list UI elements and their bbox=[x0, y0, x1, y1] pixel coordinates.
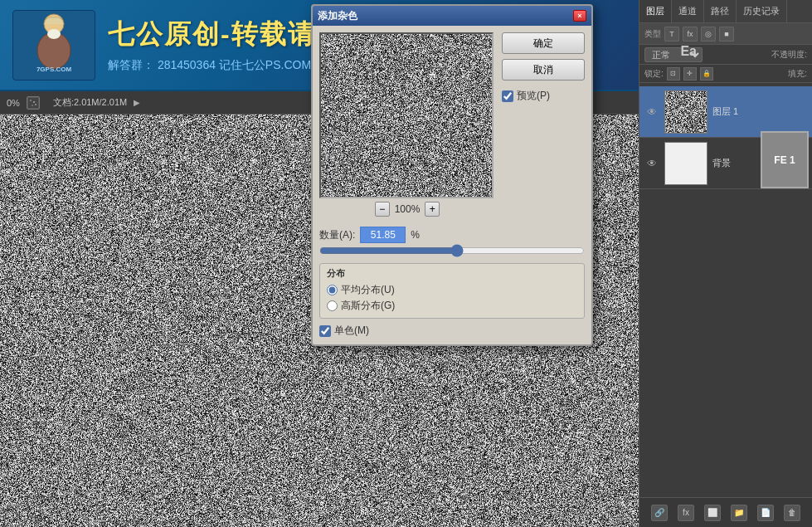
preview-check-row: 预览(P) bbox=[502, 89, 585, 103]
new-layer-btn[interactable]: 📄 bbox=[757, 505, 774, 521]
dialog-controls: 确定 取消 预览(P) bbox=[502, 32, 585, 217]
panel-top-bar: 类型 T fx ◎ ■ bbox=[639, 23, 812, 45]
dialog-body: − 100% + 确定 取消 预览(P) bbox=[313, 26, 591, 223]
dialog-preview-area: − 100% + bbox=[319, 32, 495, 217]
distribution-title: 分布 bbox=[327, 267, 577, 280]
uniform-radio-row: 平均分布(U) bbox=[327, 283, 577, 297]
svg-point-8 bbox=[35, 104, 36, 105]
dialog-title: 添加杂色 bbox=[318, 9, 357, 23]
eye-icon-bg[interactable]: 👁 bbox=[644, 156, 659, 171]
lock-pixels-btn[interactable]: ⊡ bbox=[667, 67, 680, 81]
zoom-display: 0% bbox=[7, 98, 20, 108]
dialog-preview-box bbox=[319, 32, 494, 198]
right-panel: 图层 通道 路径 历史记录 类型 T fx ◎ ■ 正常 不透明度: 锁定: ⊡… bbox=[639, 0, 812, 527]
logo-character: 7GPS.COM bbox=[21, 9, 87, 81]
type-label: 类型 bbox=[644, 28, 661, 40]
lock-row: 锁定: ⊡ ✛ 🔒 填充: bbox=[639, 65, 812, 83]
icon-filter-btn[interactable]: T bbox=[664, 27, 679, 41]
mono-row: 单色(M) bbox=[319, 324, 585, 338]
uniform-label: 平均分布(U) bbox=[341, 283, 395, 297]
eye-icon-1[interactable]: 👁 bbox=[644, 105, 659, 120]
amount-input[interactable] bbox=[360, 227, 406, 243]
percent-sign: % bbox=[411, 229, 420, 241]
fe-label: FE 1 bbox=[774, 154, 795, 166]
svg-point-7 bbox=[32, 105, 33, 106]
layer-thumb-1 bbox=[664, 90, 707, 134]
dialog-amount-row: 数量(A): % bbox=[313, 223, 591, 243]
preview-label: 预览(P) bbox=[517, 89, 550, 103]
lock-all-btn[interactable]: 🔒 bbox=[700, 67, 713, 81]
preview-checkbox[interactable] bbox=[502, 90, 513, 102]
tab-channels[interactable]: 通道 bbox=[672, 0, 704, 22]
fx-btn[interactable]: fx bbox=[678, 505, 694, 521]
layer-noise-canvas bbox=[665, 91, 707, 134]
dialog-noise-canvas bbox=[321, 34, 494, 198]
gaussian-label: 高斯分布(G) bbox=[341, 299, 395, 313]
arrow-icon: ▶ bbox=[134, 98, 140, 107]
svg-point-6 bbox=[33, 101, 35, 103]
amount-label: 数量(A): bbox=[319, 228, 355, 242]
link-layers-btn[interactable]: 🔗 bbox=[651, 505, 668, 521]
noise-icon bbox=[27, 96, 40, 110]
dialog-titlebar: 添加杂色 × bbox=[313, 6, 591, 26]
fe-label-box: FE 1 bbox=[761, 131, 809, 188]
opacity-label: 不透明度: bbox=[771, 49, 807, 61]
svg-point-5 bbox=[30, 100, 32, 101]
panel-tabs: 图层 通道 路径 历史记录 bbox=[639, 0, 812, 23]
gaussian-radio[interactable] bbox=[327, 300, 338, 311]
icon-fx-btn[interactable]: fx bbox=[683, 27, 698, 41]
icon-adj-btn[interactable]: ◎ bbox=[701, 27, 716, 41]
add-mask-btn[interactable]: ⬜ bbox=[704, 505, 721, 521]
ok-button[interactable]: 确定 bbox=[502, 32, 585, 54]
tab-layers[interactable]: 图层 bbox=[639, 0, 672, 22]
mono-label: 单色(M) bbox=[334, 324, 369, 338]
uniform-radio[interactable] bbox=[327, 285, 338, 295]
logo-area: 7GPS.COM bbox=[12, 10, 95, 81]
ea-label: Ea bbox=[680, 44, 697, 59]
distribution-group: 分布 平均分布(U) 高斯分布(G) bbox=[319, 263, 585, 319]
bottom-watermark: 7gps.com bbox=[601, 515, 634, 524]
layer-item-1[interactable]: 👁 图层 1 bbox=[639, 86, 812, 138]
lock-label: 锁定: bbox=[644, 68, 664, 80]
blend-mode-row: 正常 不透明度: bbox=[639, 45, 812, 65]
layer-name-1: 图层 1 bbox=[712, 105, 807, 118]
dialog-close-btn[interactable]: × bbox=[573, 10, 586, 22]
tab-history[interactable]: 历史记录 bbox=[737, 0, 787, 22]
zoom-plus-btn[interactable]: + bbox=[425, 202, 440, 217]
amount-slider[interactable] bbox=[319, 245, 585, 256]
zoom-controls: − 100% + bbox=[319, 202, 495, 217]
svg-text:7GPS.COM: 7GPS.COM bbox=[36, 66, 72, 73]
cancel-button[interactable]: 取消 bbox=[502, 59, 585, 81]
gaussian-radio-row: 高斯分布(G) bbox=[327, 299, 577, 313]
add-noise-dialog: 添加杂色 × − 100% + 确定 取消 预览(P) 数量 bbox=[311, 4, 593, 346]
zoom-minus-btn[interactable]: − bbox=[375, 202, 390, 217]
mono-checkbox[interactable] bbox=[319, 325, 331, 337]
zoom-percent-label: 100% bbox=[395, 203, 421, 215]
layer-thumb-bg bbox=[664, 142, 707, 185]
fill-label: 填充: bbox=[788, 68, 807, 80]
svg-rect-4 bbox=[28, 98, 38, 108]
svg-point-2 bbox=[47, 29, 61, 39]
doc-info: 文档:2.01M/2.01M bbox=[53, 96, 127, 109]
icon-color-btn[interactable]: ■ bbox=[719, 27, 734, 41]
lock-move-btn[interactable]: ✛ bbox=[683, 67, 697, 81]
new-group-btn[interactable]: 📁 bbox=[731, 505, 747, 521]
tab-paths[interactable]: 路径 bbox=[704, 0, 737, 22]
amount-slider-row bbox=[313, 243, 591, 263]
panel-bottom: 🔗 fx ⬜ 📁 📄 🗑 bbox=[639, 497, 812, 527]
bg-thumb-fill bbox=[665, 143, 707, 184]
delete-layer-btn[interactable]: 🗑 bbox=[784, 505, 800, 521]
